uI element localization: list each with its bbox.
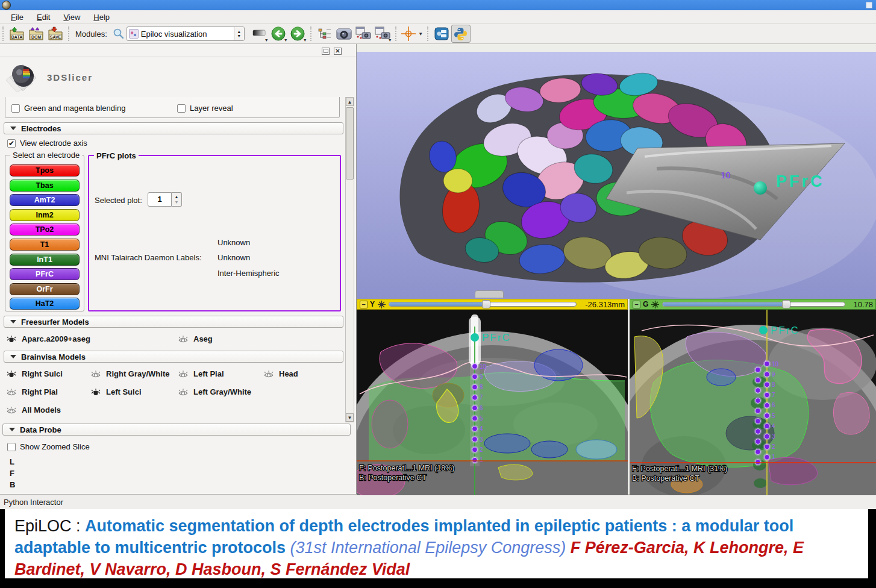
scrollbar-down-arrow[interactable]: ▼ bbox=[346, 413, 354, 422]
electrode-button-inm2[interactable]: Inm2 bbox=[10, 209, 80, 221]
menu-edit[interactable]: Edit bbox=[31, 11, 56, 23]
module-back-button[interactable]: ▼ bbox=[269, 25, 288, 43]
svg-text:10: 10 bbox=[480, 363, 487, 370]
section-header-freesurfer[interactable]: Freesurfer Models bbox=[4, 316, 343, 328]
model-toggle-all-models[interactable]: All Models bbox=[6, 405, 90, 414]
menu-file[interactable]: File bbox=[5, 11, 30, 23]
screenshot-button[interactable] bbox=[334, 25, 354, 43]
menu-view[interactable]: View bbox=[57, 11, 86, 23]
electrode-button-amt2[interactable]: AmT2 bbox=[10, 194, 80, 206]
section-header-electrodes[interactable]: Electrodes bbox=[4, 122, 343, 134]
slicer-logo-text: 3DSlicer bbox=[47, 72, 93, 83]
module-selector-combobox[interactable]: Epiloc visualization ▲▼ bbox=[127, 27, 245, 41]
view-electrode-axis-checkbox[interactable]: ✔ View electrode axis bbox=[7, 139, 87, 148]
crosshair-button[interactable]: ▼ bbox=[400, 25, 424, 43]
electrode-button-t1[interactable]: T1 bbox=[10, 239, 80, 251]
python-interactor-dock-title[interactable]: Python Interactor bbox=[0, 494, 876, 509]
minimize-slice-bar-button[interactable]: – bbox=[360, 301, 368, 308]
dicom-button[interactable]: DCM bbox=[27, 25, 46, 43]
electrode-button-int1[interactable]: InT1 bbox=[10, 254, 80, 266]
model-toggle-aseg[interactable]: Aseg bbox=[178, 334, 298, 343]
toolbar-separator bbox=[427, 27, 429, 41]
python-interactor-label: Python Interactor bbox=[4, 498, 63, 507]
electrode-button-tpo2[interactable]: TPo2 bbox=[10, 224, 80, 236]
layer-reveal-checkbox[interactable]: Layer reveal bbox=[177, 104, 233, 113]
model-toggle-left-sulci[interactable]: Left Sulci bbox=[90, 387, 178, 396]
modules-label: Modules: bbox=[75, 30, 107, 39]
sagittal-slice-view-green[interactable]: 10987654321 PFrC F: Postoperati...1 MRI … bbox=[630, 310, 876, 495]
section-label: Freesurfer Models bbox=[21, 317, 89, 327]
model-toggle-right-sulci[interactable]: Right Sulci bbox=[6, 369, 90, 378]
eye-visible-icon bbox=[90, 387, 101, 396]
scene-view-capture-button[interactable] bbox=[354, 25, 373, 43]
scrollbar-up-arrow[interactable]: ▲ bbox=[346, 98, 354, 106]
checkbox-label: Green and magenta blending bbox=[24, 104, 125, 113]
panel-close-icon[interactable]: ✕ bbox=[334, 48, 342, 55]
module-forward-button[interactable]: ▼ bbox=[288, 25, 307, 43]
spinbox-value[interactable]: 1 bbox=[148, 192, 172, 207]
toolbar-separator bbox=[68, 27, 70, 41]
panel-float-icon[interactable] bbox=[322, 48, 330, 55]
coronal-slice-view-yellow[interactable]: 10987654321 PFrC F: Postoperati...1 MRI … bbox=[357, 310, 628, 495]
slice-offset-slider[interactable] bbox=[389, 302, 577, 307]
menu-help[interactable]: Help bbox=[87, 11, 116, 23]
freesurfer-model-list: Aparc.a2009+asegAseg bbox=[6, 333, 298, 345]
app-icon bbox=[2, 1, 11, 10]
model-toggle-right-pial[interactable]: Right Pial bbox=[6, 387, 90, 396]
electrode-button-tpos[interactable]: Tpos bbox=[10, 164, 80, 177]
scene-view-restore-button[interactable]: ▼ bbox=[373, 25, 392, 43]
model-toggle-aparc-a2009-aseg[interactable]: Aparc.a2009+aseg bbox=[6, 334, 178, 343]
slice-controller-pin-tab[interactable] bbox=[475, 290, 504, 298]
electrode-contact-2 bbox=[756, 449, 761, 455]
eye-hidden-icon bbox=[90, 369, 101, 378]
svg-text:1: 1 bbox=[772, 454, 775, 460]
section-header-dataprobe[interactable]: Data Probe bbox=[2, 424, 351, 436]
electrode-button-pfrc[interactable]: PFrC bbox=[10, 268, 80, 280]
model-toggle-left-gray-white[interactable]: Left Gray/White bbox=[178, 387, 274, 396]
svg-text:3: 3 bbox=[772, 433, 775, 440]
model-toggle-right-gray-white[interactable]: Right Gray/White bbox=[90, 369, 178, 378]
panel-scrollbar[interactable]: ▲ ▼ bbox=[345, 97, 354, 422]
checkbox-box[interactable] bbox=[7, 443, 16, 451]
layout-tree-button[interactable] bbox=[315, 25, 334, 43]
slicer-logo: 3DSlicer bbox=[5, 58, 246, 96]
electrode-contact-6 bbox=[765, 403, 770, 408]
toolbar-separator bbox=[395, 27, 397, 41]
electrode-button-hat2[interactable]: HaT2 bbox=[10, 298, 80, 310]
model-toggle-head[interactable]: Head bbox=[263, 369, 324, 378]
electrode-button-tbas[interactable]: Tbas bbox=[10, 180, 80, 192]
electrode-contact-8 bbox=[472, 384, 478, 390]
search-icon bbox=[113, 28, 125, 40]
spinbox-arrows[interactable]: ▲▼ bbox=[172, 192, 182, 207]
electrode-button-orfr[interactable]: OrFr bbox=[10, 283, 80, 295]
window-title-bar[interactable] bbox=[0, 0, 876, 10]
slice-visibility-icon[interactable] bbox=[651, 300, 660, 309]
selected-plot-spinbox[interactable]: 1 ▲▼ bbox=[148, 192, 182, 207]
extensions-manager-button[interactable] bbox=[432, 25, 451, 43]
checkbox-box[interactable]: ✔ bbox=[7, 139, 16, 148]
checkbox-box[interactable] bbox=[177, 104, 186, 113]
groupbox-title: Select an electrode bbox=[10, 151, 82, 160]
module-selector-spinner[interactable]: ▲▼ bbox=[234, 27, 244, 40]
minimize-slice-bar-button[interactable]: – bbox=[633, 301, 640, 308]
module-search-button[interactable] bbox=[111, 25, 127, 43]
electrode-contact-4 bbox=[765, 424, 770, 429]
save-button[interactable]: SAVE bbox=[46, 25, 65, 43]
scrollbar-thumb[interactable] bbox=[346, 107, 354, 180]
eye-visible-icon bbox=[6, 369, 17, 378]
module-panel-scroll-area: Green and magenta blending Layer reveal … bbox=[0, 97, 357, 422]
electrode-contact-2 bbox=[765, 444, 770, 449]
slice-visibility-icon[interactable] bbox=[377, 300, 386, 309]
window-control-button[interactable] bbox=[866, 2, 872, 8]
module-history-button[interactable]: ▼ bbox=[249, 25, 269, 43]
green-magenta-blending-checkbox[interactable]: Green and magenta blending bbox=[11, 104, 125, 113]
brain-3d-view[interactable]: 10 PFrC bbox=[357, 52, 876, 299]
load-data-button[interactable]: DATA bbox=[7, 25, 27, 43]
checkbox-box[interactable] bbox=[11, 104, 20, 113]
show-zoomed-slice-checkbox[interactable]: Show Zoomed Slice bbox=[7, 442, 90, 451]
python-interactor-button[interactable] bbox=[451, 25, 471, 43]
slice-offset-slider[interactable] bbox=[662, 302, 845, 307]
mni-label-1: Unknown bbox=[217, 238, 250, 247]
section-header-brainvisa[interactable]: Brainvisa Models bbox=[4, 351, 343, 363]
model-toggle-left-pial[interactable]: Left Pial bbox=[178, 369, 263, 378]
